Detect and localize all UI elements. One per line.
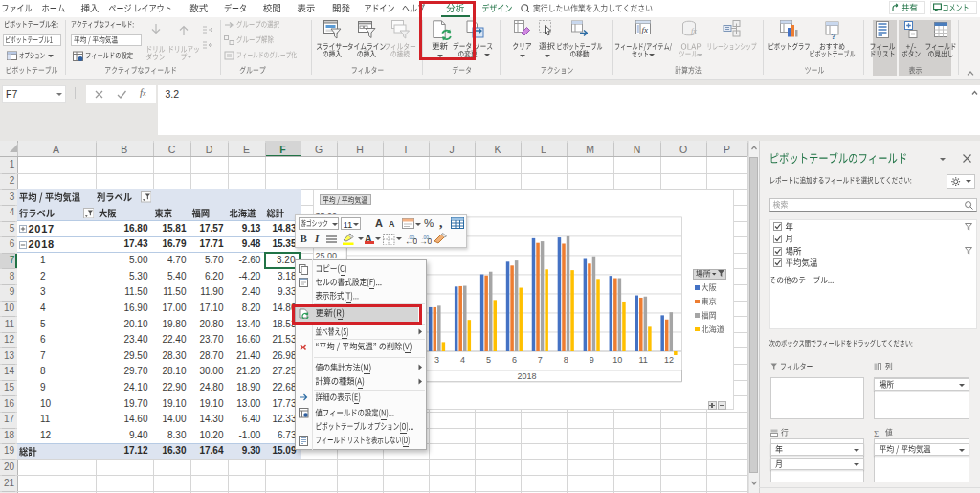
- svg-text:.00: .00: [422, 234, 429, 239]
- svg-text:Σ: Σ: [874, 429, 879, 437]
- svg-text:.00: .00: [408, 234, 414, 239]
